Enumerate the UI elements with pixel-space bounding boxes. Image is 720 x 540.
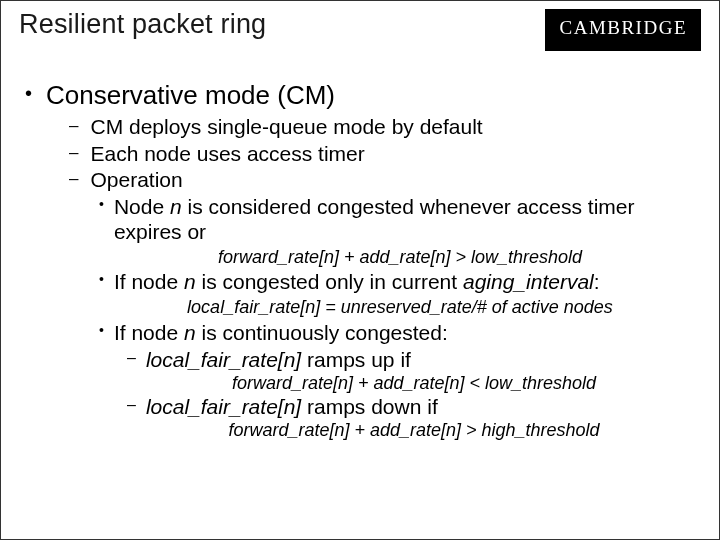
bullet-level-2: – Each node uses access timer <box>69 142 701 167</box>
bullet-dot-icon: • <box>25 81 32 105</box>
t: is considered congested whenever access … <box>114 195 635 243</box>
bullet-dot-icon: • <box>99 270 104 290</box>
formula-line: forward_rate[n] + add_rate[n] > low_thre… <box>99 247 701 268</box>
var: local_fair_rate[n] <box>146 348 301 371</box>
var-n: n <box>170 195 182 218</box>
dash-icon: – <box>69 142 78 163</box>
bullet-level-4: – local_fair_rate[n] ramps down if <box>127 395 701 419</box>
bullet-dot-icon: • <box>99 195 104 215</box>
l3-text: If node n is continuously congested: <box>114 321 448 346</box>
l3-block: • Node n is considered congested wheneve… <box>99 195 701 440</box>
formula: forward_rate[n] + add_rate[n] > high_thr… <box>228 420 599 440</box>
bullet-level-2: – Operation <box>69 168 701 193</box>
formula: forward_rate[n] + add_rate[n] > low_thre… <box>218 247 582 267</box>
dash-icon: – <box>69 115 78 136</box>
var: local_fair_rate[n] <box>146 395 301 418</box>
var-n: n <box>184 321 196 344</box>
bullet-level-3: • If node n is congested only in current… <box>99 270 701 295</box>
t: is continuously congested: <box>196 321 448 344</box>
l2-text: Each node uses access timer <box>90 142 364 167</box>
t: If node <box>114 270 184 293</box>
l4-text: local_fair_rate[n] ramps up if <box>146 348 411 372</box>
slide-container: Resilient packet ring CAMBRIDGE • Conser… <box>0 0 720 540</box>
formula-line: forward_rate[n] + add_rate[n] > high_thr… <box>127 420 701 440</box>
l2-text: CM deploys single-queue mode by default <box>90 115 482 140</box>
formula-line: forward_rate[n] + add_rate[n] < low_thre… <box>127 373 701 393</box>
bullet-level-3: • If node n is continuously congested: <box>99 321 701 346</box>
slide-header: Resilient packet ring CAMBRIDGE <box>19 9 701 51</box>
bullet-level-1: • Conservative mode (CM) <box>21 81 701 111</box>
var-interval: aging_interval <box>463 270 594 293</box>
bullet-level-4: – local_fair_rate[n] ramps up if <box>127 348 701 372</box>
dash-icon: – <box>127 348 136 367</box>
l1-text: Conservative mode (CM) <box>46 81 335 111</box>
t: Node <box>114 195 170 218</box>
slide-title: Resilient packet ring <box>19 9 266 40</box>
brand-logo: CAMBRIDGE <box>545 9 701 51</box>
l2-block: – CM deploys single-queue mode by defaul… <box>69 115 701 440</box>
dash-icon: – <box>127 395 136 414</box>
bullet-level-3: • Node n is considered congested wheneve… <box>99 195 701 245</box>
l3-text: Node n is considered congested whenever … <box>114 195 701 245</box>
t: If node <box>114 321 184 344</box>
t: ramps down if <box>301 395 438 418</box>
formula-line: local_fair_rate[n] = unreserved_rate/# o… <box>99 297 701 318</box>
formula: forward_rate[n] + add_rate[n] < low_thre… <box>232 373 596 393</box>
t: : <box>594 270 600 293</box>
dash-icon: – <box>69 168 78 189</box>
l2-text: Operation <box>90 168 182 193</box>
l4-text: local_fair_rate[n] ramps down if <box>146 395 438 419</box>
var-n: n <box>184 270 196 293</box>
formula: local_fair_rate[n] = unreserved_rate/# o… <box>187 297 613 317</box>
t: is congested only in current <box>196 270 463 293</box>
bullet-level-2: – CM deploys single-queue mode by defaul… <box>69 115 701 140</box>
l3-text: If node n is congested only in current a… <box>114 270 600 295</box>
t: ramps up if <box>301 348 411 371</box>
l4-block: – local_fair_rate[n] ramps up if forward… <box>127 348 701 441</box>
bullet-dot-icon: • <box>99 321 104 341</box>
slide-content: • Conservative mode (CM) – CM deploys si… <box>19 81 701 440</box>
